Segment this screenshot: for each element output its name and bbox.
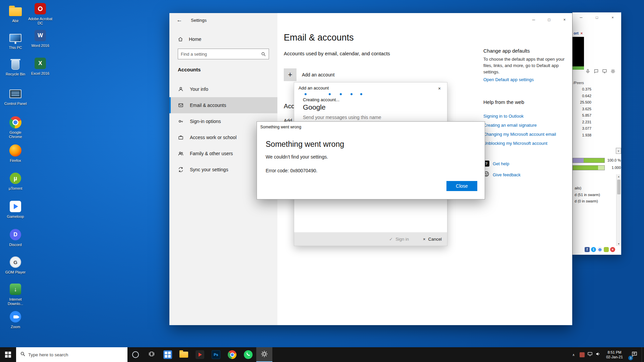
minimize-icon: ─ [580, 15, 583, 19]
desktop-icon-firefox[interactable]: Firefox [3, 144, 28, 163]
sync-icon [178, 167, 184, 172]
desktop-icon-gom-player[interactable]: G GOM Player [3, 255, 28, 275]
desktop-icon-abir[interactable]: Abir [3, 4, 28, 23]
cortana-button[interactable] [127, 347, 144, 362]
settings-search-box[interactable] [178, 49, 269, 59]
desktop-icon-excel[interactable]: X Excel 2016 [28, 57, 53, 76]
page-title: Email & accounts [284, 33, 354, 43]
desktop-icon-this-pc[interactable]: This PC [3, 31, 28, 50]
key-icon [178, 119, 184, 124]
close-button[interactable]: × [605, 12, 621, 22]
monitor-icon[interactable] [602, 69, 607, 74]
taskbar-file-explorer[interactable] [176, 347, 192, 362]
minimize-button[interactable]: ─ [573, 12, 589, 22]
give-feedback-link[interactable]: Give feedback [483, 171, 521, 178]
desktop-icon-gameloop[interactable]: Gameloop [3, 200, 28, 219]
chrome-icon [228, 350, 236, 359]
start-button[interactable] [0, 347, 16, 362]
value-cell: 2.231 [573, 119, 591, 126]
taskbar-whatsapp[interactable] [240, 347, 256, 362]
help-link-change-email[interactable]: Changing my Microsoft account email [483, 132, 556, 137]
sidebar-item-email-accounts[interactable]: Email & accounts [169, 97, 277, 113]
value-cell: 0.375 [573, 86, 591, 93]
sidebar-section-header: Accounts [178, 67, 201, 72]
torrent-tab[interactable]: ort × [574, 31, 583, 35]
scroll-up-icon[interactable]: ▲ [618, 174, 620, 179]
desktop-icon-label: Google Chrome [3, 130, 28, 139]
task-view-button[interactable] [144, 347, 160, 362]
sidebar-item-your-info[interactable]: Your info [169, 81, 277, 97]
availability-value: 100.0 % [605, 158, 621, 162]
sign-in-label: Sign in [395, 237, 409, 242]
search-input[interactable] [178, 52, 261, 57]
media-player-icon [196, 350, 204, 359]
chevron-down-icon: ∨ [618, 149, 620, 153]
taskbar-app-grid[interactable] [160, 347, 176, 362]
sidebar-item-label: Sync your settings [190, 167, 228, 172]
desktop-icon-label: Word 2016 [31, 44, 49, 48]
cancel-button[interactable]: × Cancel [423, 237, 442, 242]
add-account-button[interactable]: + Add an account [284, 68, 334, 81]
peers-column-header: /Peers [573, 81, 584, 85]
globe-icon[interactable]: ⊕ [597, 247, 602, 252]
chat-icon[interactable] [594, 69, 599, 74]
open-default-apps-link[interactable]: Open Default app settings [483, 77, 534, 82]
help-link-signature[interactable]: Creating an email signature [483, 123, 537, 128]
help-link-unblock-account[interactable]: Unblocking my Microsoft account [483, 141, 547, 146]
gear-icon [261, 350, 268, 359]
scroll-down-icon[interactable]: ▼ [618, 242, 620, 246]
error-dialog: Something went wrong Something went wron… [257, 121, 485, 199]
taskbar-settings[interactable] [256, 347, 272, 362]
desktop-icon-discord[interactable]: D Discord [3, 228, 28, 247]
tray-expand-button[interactable]: ∧ [569, 347, 578, 362]
tray-app-button[interactable] [578, 347, 586, 362]
zoom-icon [9, 310, 22, 323]
get-help-link[interactable]: ? Get help [483, 161, 509, 167]
volume-button[interactable] [594, 347, 602, 362]
sign-in-button[interactable]: ✓ Sign in [389, 237, 409, 242]
provider-name: Google [303, 103, 326, 111]
taskbar-clock[interactable]: 8:51 PM 02-Jan-21 [602, 347, 627, 362]
facebook-icon[interactable]: f [585, 247, 590, 252]
close-button[interactable]: Close [446, 181, 477, 191]
microphone-icon[interactable] [585, 69, 590, 74]
gear-icon[interactable] [610, 69, 615, 74]
desktop-icon-zoom[interactable]: Zoom [3, 310, 28, 329]
dropdown-button[interactable]: ∨ [616, 148, 621, 154]
taskbar-search-box[interactable] [16, 347, 127, 362]
taskbar-photoshop[interactable]: Ps [208, 347, 224, 362]
taskbar-chrome[interactable] [224, 347, 240, 362]
network-button[interactable] [586, 347, 594, 362]
desktop-icon-recycle-bin[interactable]: Recycle Bin [3, 57, 28, 76]
media-preview [573, 37, 584, 66]
back-button[interactable]: ← [174, 15, 185, 25]
change-defaults-body: To choose the default apps that open you… [483, 56, 569, 75]
desktop-icon-control-panel[interactable]: Control Panel [3, 87, 28, 106]
tab-close-icon[interactable]: × [581, 31, 583, 35]
window-title: Settings [191, 18, 207, 23]
taskbar-media-player[interactable] [192, 347, 208, 362]
desktop-icon-acrobat[interactable]: Adobe Acrobat DC [28, 2, 53, 25]
android-icon[interactable] [604, 247, 609, 252]
desktop-icon-chrome[interactable]: Google Chrome [3, 116, 28, 139]
desktop-icon-idm[interactable]: ↓ Internet Downlo... [3, 283, 28, 306]
desktop-icon-label: Internet Downlo... [3, 297, 28, 306]
scrollbar-thumb[interactable] [617, 180, 621, 194]
desktop-icon-word[interactable]: W Word 2016 [28, 29, 53, 48]
action-center-button[interactable]: 3 [627, 347, 642, 362]
sidebar-item-home[interactable]: Home [174, 33, 205, 45]
maximize-button[interactable]: □ [589, 12, 605, 22]
scrollbar[interactable]: ▲ ▼ [616, 174, 621, 246]
clock-date: 02-Jan-21 [606, 355, 623, 359]
taskbar-search-input[interactable] [28, 352, 123, 357]
help-link-outlook[interactable]: Signing in to Outlook [483, 114, 524, 119]
desktop-icon-label: Recycle Bin [6, 72, 25, 76]
dialog-title: Something went wrong [260, 125, 301, 129]
close-button[interactable]: × [434, 84, 445, 93]
ratio-bar [573, 165, 605, 170]
show-desktop-button[interactable] [642, 347, 644, 362]
close-circle-icon[interactable]: × [610, 247, 615, 252]
desktop-icon-utorrent[interactable]: µ µTorrent [3, 172, 28, 191]
search-icon [261, 52, 266, 57]
twitter-icon[interactable]: t [591, 247, 596, 252]
